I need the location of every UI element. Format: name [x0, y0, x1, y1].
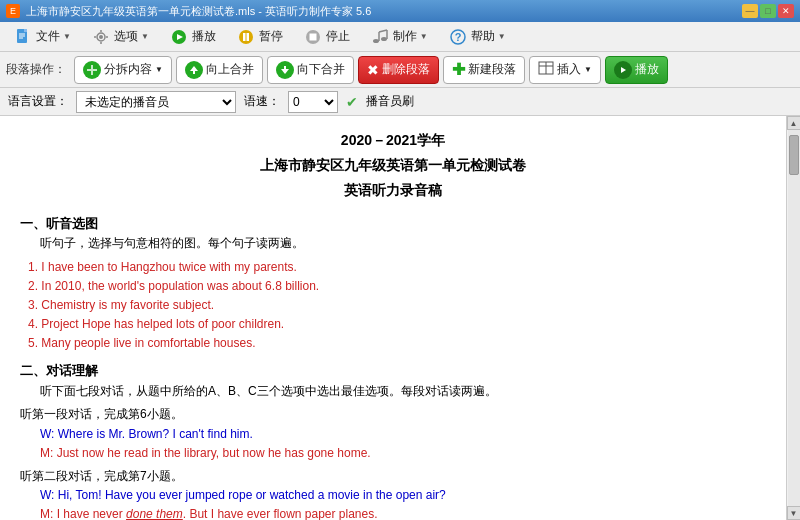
file-dropdown-arrow: ▼	[63, 32, 71, 41]
list-item: 5. Many people live in comfortable house…	[28, 334, 766, 353]
svg-point-13	[239, 30, 253, 44]
menu-pause-label: 暂停	[259, 28, 283, 45]
settings-bar: 语言设置： 未选定的播音员 语速： 0 ✔ 播音员刷	[0, 88, 800, 116]
dialog2-m: M: I have never done them. But I have ev…	[40, 505, 766, 520]
menu-options[interactable]: 选项 ▼	[82, 23, 158, 51]
scroll-thumb[interactable]	[789, 135, 799, 175]
window-title: 上海市静安区九年级英语第一单元检测试卷.mls - 英语听力制作专家 5.6	[26, 4, 371, 19]
menu-options-label: 选项	[114, 28, 138, 45]
menu-create[interactable]: 制作 ▼	[361, 23, 437, 51]
svg-text:?: ?	[454, 31, 461, 43]
window-controls[interactable]: — □ ✕	[742, 4, 794, 18]
speaker-w2: W:	[40, 488, 58, 502]
scroll-up-arrow[interactable]: ▲	[787, 116, 801, 130]
new-section-button[interactable]: ✚ 新建段落	[443, 56, 525, 84]
section1-header: 一、听音选图	[20, 214, 766, 235]
play-button[interactable]: 播放	[605, 56, 668, 84]
split-arrow: ▼	[155, 65, 163, 74]
title-line1: 2020－2021学年	[20, 128, 766, 153]
menu-play[interactable]: 播放	[160, 23, 225, 51]
close-button[interactable]: ✕	[778, 4, 794, 18]
options-icon	[91, 27, 111, 47]
play-icon	[169, 27, 189, 47]
menu-stop[interactable]: 停止	[294, 23, 359, 51]
delete-section-button[interactable]: ✖ 删除段落	[358, 56, 439, 84]
dialog1-header: 听第一段对话，完成第6小题。	[20, 405, 766, 424]
menu-pause[interactable]: 暂停	[227, 23, 292, 51]
svg-marker-35	[621, 67, 626, 73]
section1-sub: 听句子，选择与句意相符的图。每个句子读两遍。	[40, 234, 766, 253]
svg-rect-17	[309, 33, 316, 40]
content-area[interactable]: 2020－2021学年 上海市静安区九年级英语第一单元检测试卷 英语听力录音稿 …	[0, 116, 786, 520]
delete-icon: ✖	[367, 62, 379, 78]
maximize-button[interactable]: □	[760, 4, 776, 18]
insert-label: 插入	[557, 61, 581, 78]
menu-bar: 文件 ▼ 选项 ▼ 播放	[0, 22, 800, 52]
svg-marker-28	[190, 66, 198, 71]
menu-help-label: 帮助	[471, 28, 495, 45]
toolbar: 段落操作： 分拆内容 ▼ 向上合并 向下合并	[0, 52, 800, 88]
help-dropdown-arrow: ▼	[498, 32, 506, 41]
speaker-m2: M:	[40, 507, 57, 520]
section2-sub: 听下面七段对话，从题中所给的A、B、C三个选项中选出最佳选项。每段对话读两遍。	[40, 382, 766, 401]
title-line3: 英语听力录音稿	[20, 178, 766, 203]
menu-create-label: 制作	[393, 28, 417, 45]
para-ops-label: 段落操作：	[6, 61, 66, 78]
lang-settings-label: 语言设置：	[8, 93, 68, 110]
merge-up-label: 向上合并	[206, 61, 254, 78]
svg-rect-15	[246, 33, 249, 41]
play-label: 播放	[635, 61, 659, 78]
menu-file-label: 文件	[36, 28, 60, 45]
new-section-label: 新建段落	[468, 61, 516, 78]
title-bar: E 上海市静安区九年级英语第一单元检测试卷.mls - 英语听力制作专家 5.6…	[0, 0, 800, 22]
dialog2-w-text: Hi, Tom! Have you ever jumped rope or wa…	[58, 488, 446, 502]
split-content-label: 分拆内容	[104, 61, 152, 78]
help-icon: ?	[448, 27, 468, 47]
svg-rect-14	[243, 33, 246, 41]
svg-point-18	[373, 39, 379, 43]
create-icon	[370, 27, 390, 47]
svg-rect-1	[24, 29, 27, 32]
create-dropdown-arrow: ▼	[420, 32, 428, 41]
svg-point-19	[381, 37, 387, 41]
minimize-button[interactable]: —	[742, 4, 758, 18]
svg-marker-30	[281, 69, 289, 74]
menu-file[interactable]: 文件 ▼	[4, 23, 80, 51]
file-icon	[13, 27, 33, 47]
speaker-w1: W:	[40, 427, 58, 441]
app-icon: E	[6, 4, 20, 18]
list-item: 3. Chemistry is my favorite subject.	[28, 296, 766, 315]
split-icon	[83, 61, 101, 79]
check-icon: ✔	[346, 94, 358, 110]
scrollbar[interactable]: ▲ ▼	[786, 116, 800, 520]
speed-label: 语速：	[244, 93, 280, 110]
options-dropdown-arrow: ▼	[141, 32, 149, 41]
insert-icon	[538, 61, 554, 78]
list-item: 1. I have been to Hangzhou twice with my…	[28, 258, 766, 277]
content-wrapper: 2020－2021学年 上海市静安区九年级英语第一单元检测试卷 英语听力录音稿 …	[0, 116, 800, 520]
voice-select[interactable]: 未选定的播音员	[76, 91, 236, 113]
dialog1-m: M: Just now he read in the library, but …	[40, 444, 766, 463]
merge-down-label: 向下合并	[297, 61, 345, 78]
split-content-button[interactable]: 分拆内容 ▼	[74, 56, 172, 84]
menu-play-label: 播放	[192, 28, 216, 45]
scroll-track[interactable]	[788, 130, 800, 506]
section2-header: 二、对话理解	[20, 361, 766, 382]
menu-help[interactable]: ? 帮助 ▼	[439, 23, 515, 51]
dialog1-w: W: Where is Mr. Brown? I can't find him.	[40, 425, 766, 444]
svg-line-22	[379, 30, 387, 32]
svg-rect-31	[284, 66, 286, 69]
dialog2-header: 听第二段对话，完成第7小题。	[20, 467, 766, 486]
refresh-label: 播音员刷	[366, 93, 414, 110]
dialog1-w-text: Where is Mr. Brown? I can't find him.	[58, 427, 253, 441]
speed-select[interactable]: 0	[288, 91, 338, 113]
scroll-down-arrow[interactable]: ▼	[787, 506, 801, 520]
merge-down-button[interactable]: 向下合并	[267, 56, 354, 84]
play-toolbar-icon	[614, 61, 632, 79]
menu-stop-label: 停止	[326, 28, 350, 45]
svg-point-6	[99, 35, 103, 39]
insert-button[interactable]: 插入 ▼	[529, 56, 601, 84]
merge-up-icon	[185, 61, 203, 79]
list-item: 4. Project Hope has helped lots of poor …	[28, 315, 766, 334]
merge-up-button[interactable]: 向上合并	[176, 56, 263, 84]
